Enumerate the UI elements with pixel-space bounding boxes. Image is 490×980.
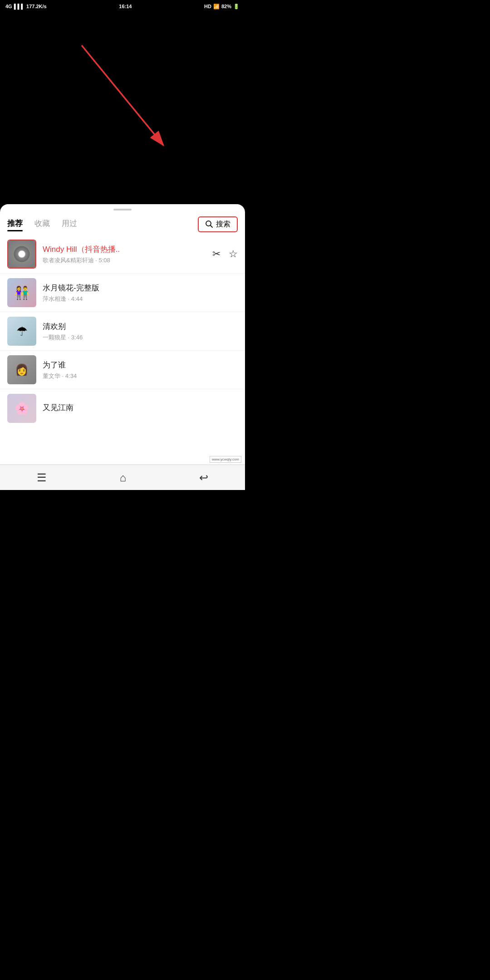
album-art-3[interactable]: ☂ (7, 317, 36, 346)
song-info-4: 为了谁 董文华 · 4:34 (43, 360, 238, 380)
album-art-2[interactable]: 👫 (7, 278, 36, 307)
home-icon[interactable]: ⌂ (120, 471, 127, 484)
disc-hole (19, 251, 25, 257)
speed-label: 177.2K/s (26, 4, 47, 9)
art-weile: 👩 (7, 355, 36, 384)
star-icon[interactable]: ☆ (229, 248, 238, 260)
album-art-5[interactable]: 🌸 (7, 394, 36, 423)
wifi-icon: 📶 (213, 4, 220, 10)
list-item: 🌸 又见江南 (0, 389, 245, 427)
cut-icon[interactable]: ✂ (212, 248, 220, 260)
bottom-sheet: 推荐 收藏 用过 搜索 Windy Hill（抖音热播.. 歌者凌风&精彩轩迪 … (0, 204, 245, 490)
list-item: 👩 为了谁 董文华 · 4:34 (0, 350, 245, 389)
song-title-3[interactable]: 清欢别 (43, 321, 238, 332)
list-item: Windy Hill（抖音热播.. 歌者凌风&精彩轩迪 · 5:08 ✂ ☆ (0, 235, 245, 273)
song-title-5[interactable]: 又见江南 (43, 402, 238, 413)
battery-label: 82% (221, 4, 231, 9)
watermark: www.ycwqty.com (210, 456, 241, 463)
time-label: 16:14 (119, 4, 132, 9)
art-jiangnan: 🌸 (7, 394, 36, 423)
list-item: ☂ 清欢别 一颗狼星 · 3:46 (0, 312, 245, 350)
list-item: 👫 水月镜花-完整版 萍水相逢 · 4:44 (0, 273, 245, 312)
song-list: Windy Hill（抖音热播.. 歌者凌风&精彩轩迪 · 5:08 ✂ ☆ 👫… (0, 235, 245, 464)
nav-bar: ☰ ⌂ ↩ (0, 465, 245, 490)
tab-tuijian[interactable]: 推荐 (7, 218, 23, 230)
tabs-row: 推荐 收藏 用过 搜索 (0, 213, 245, 235)
menu-icon[interactable]: ☰ (37, 471, 47, 484)
song-title-2[interactable]: 水月镜花-完整版 (43, 283, 238, 293)
status-left: 4G ▌▌▌ 177.2K/s (5, 4, 47, 9)
song-meta-1: 歌者凌风&精彩轩迪 · 5:08 (43, 256, 208, 265)
tab-yongguo[interactable]: 用过 (62, 218, 77, 230)
album-art-4[interactable]: 👩 (7, 355, 36, 384)
album-art-1[interactable] (7, 240, 36, 269)
song-meta-3: 一颗狼星 · 3:46 (43, 333, 238, 342)
art-shuiyue: 👫 (7, 278, 36, 307)
signal-label: 4G (5, 4, 12, 9)
battery-icon: 🔋 (233, 4, 240, 10)
arrow-annotation (73, 36, 172, 154)
song-actions-1: ✂ ☆ (212, 248, 238, 260)
song-info-1: Windy Hill（抖音热播.. 歌者凌风&精彩轩迪 · 5:08 (43, 244, 208, 265)
song-title-1[interactable]: Windy Hill（抖音热播.. (43, 244, 208, 255)
song-info-3: 清欢别 一颗狼星 · 3:46 (43, 321, 238, 342)
search-button[interactable]: 搜索 (198, 216, 238, 232)
song-meta-2: 萍水相逢 · 4:44 (43, 295, 238, 303)
back-icon[interactable]: ↩ (199, 471, 208, 484)
song-info-2: 水月镜花-完整版 萍水相逢 · 4:44 (43, 283, 238, 303)
video-area (0, 0, 245, 218)
svg-line-1 (82, 45, 163, 145)
disc-art (8, 240, 35, 268)
tab-shoucang[interactable]: 收藏 (34, 218, 50, 230)
song-info-5: 又见江南 (43, 402, 238, 415)
song-meta-4: 董文华 · 4:34 (43, 372, 238, 380)
hd-label: HD (204, 4, 211, 9)
signal-bars: ▌▌▌ (14, 4, 24, 9)
status-bar: 4G ▌▌▌ 177.2K/s 16:14 HD 📶 82% 🔋 (0, 0, 245, 13)
svg-line-3 (211, 225, 212, 227)
search-label: 搜索 (216, 220, 230, 229)
status-right: HD 📶 82% 🔋 (204, 4, 240, 10)
song-title-4[interactable]: 为了谁 (43, 360, 238, 370)
art-qinghuan: ☂ (7, 317, 36, 346)
drag-handle[interactable] (113, 209, 132, 211)
search-icon (205, 220, 213, 228)
